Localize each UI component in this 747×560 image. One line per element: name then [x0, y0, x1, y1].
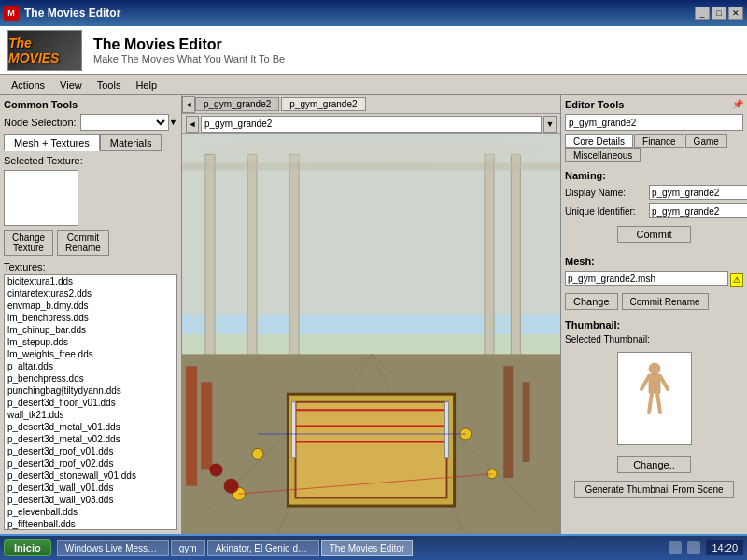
vp-nav-left[interactable]: ◄	[182, 96, 195, 113]
texture-list-item[interactable]: p_desert3d_wall_v03.dds	[5, 494, 176, 506]
texture-list-item[interactable]: p_desert3d_metal_v02.dds	[5, 433, 176, 445]
selected-texture-label: Selected Texture:	[4, 155, 177, 166]
scene-nav-prev[interactable]: ◄	[186, 116, 199, 133]
menu-actions[interactable]: Actions	[4, 77, 52, 92]
vp-tab-2[interactable]: p_gym_grande2	[281, 97, 365, 111]
3d-viewport[interactable]	[182, 134, 560, 534]
texture-list-item[interactable]: p_desert3d_stonewall_v01.dds	[5, 469, 176, 482]
node-selection-row: Node Selection: ▼	[4, 114, 177, 131]
texture-tabs: Mesh + Textures Materials	[4, 134, 177, 151]
minimize-button[interactable]: _	[695, 7, 710, 20]
texture-list-item[interactable]: envmap_b.dmy.dds	[5, 300, 176, 312]
taskbar-item-akinator[interactable]: Akinator, El Genio de ...	[207, 540, 319, 556]
window-controls: _ □ ✕	[695, 7, 743, 20]
texture-list-item[interactable]: lm_benchpress.dds	[5, 312, 176, 324]
texture-list-item[interactable]: punchingbag{tiltydyann.dds	[5, 385, 176, 397]
thumbnail-preview	[617, 352, 692, 445]
svg-rect-28	[523, 382, 530, 462]
title-bar: M The Movies Editor _ □ ✕	[0, 0, 747, 26]
unique-id-row: Unique Identifier: ⚠	[565, 203, 743, 218]
scene-name-input[interactable]	[201, 116, 542, 133]
start-button[interactable]: Inicio	[4, 539, 51, 556]
svg-rect-25	[186, 366, 197, 485]
vp-tab-1[interactable]: p_gym_grande2	[195, 97, 279, 111]
svg-point-19	[252, 448, 263, 459]
mesh-input[interactable]	[565, 271, 728, 286]
header-title: The Movies Editor Make The Movies What Y…	[93, 36, 285, 64]
display-name-label: Display Name:	[565, 188, 649, 198]
maximize-button[interactable]: □	[712, 7, 726, 20]
close-button[interactable]: ✕	[728, 7, 743, 20]
commit-rename-button[interactable]: CommitRename	[57, 230, 109, 256]
texture-list-item[interactable]: p_fifteenball.dds	[5, 518, 176, 530]
selected-thumbnail-label: Selected Thumbnail:	[565, 334, 743, 344]
common-tools-header: Common Tools	[4, 99, 177, 110]
unique-id-input[interactable]	[649, 203, 747, 218]
texture-list-item[interactable]: bicitextura1.dds	[5, 275, 176, 287]
mesh-section-title: Mesh:	[565, 256, 743, 267]
texture-preview	[4, 170, 78, 226]
tab-game[interactable]: Game	[685, 134, 727, 148]
texture-list-item[interactable]: p_desert3d_floor_v01.dds	[5, 397, 176, 409]
left-panel: Common Tools Node Selection: ▼ Mesh + Te…	[0, 95, 182, 534]
texture-list-item[interactable]: p_desert3d_roof_v01.dds	[5, 445, 176, 457]
node-selection-dropdown[interactable]	[80, 114, 169, 131]
tray-icon-2	[687, 541, 700, 554]
tab-miscellaneous[interactable]: Miscellaneous	[565, 148, 641, 162]
display-name-input[interactable]	[649, 185, 747, 200]
tab-materials[interactable]: Materials	[100, 134, 162, 151]
taskbar: Inicio Windows Live Messen... gym Akinat…	[0, 534, 747, 560]
scene-combo-arrow[interactable]: ▼	[543, 116, 557, 133]
generate-thumbnail-button[interactable]: Generate Thumbnail From Scene	[574, 481, 735, 498]
texture-list-item[interactable]: lm_weights_free.dds	[5, 348, 176, 360]
naming-commit-button[interactable]: Commit	[617, 226, 692, 243]
menubar: Actions View Tools Help	[0, 75, 747, 95]
tab-core-details[interactable]: Core Details	[565, 134, 633, 148]
mesh-change-button[interactable]: Change	[565, 293, 618, 310]
texture-list-item[interactable]: cintaretexturas2.dds	[5, 287, 176, 300]
texture-list-item[interactable]: p_desert3d_roof_v02.dds	[5, 457, 176, 469]
tab-finance[interactable]: Finance	[634, 134, 684, 148]
editor-tools-header: Editor Tools 📌	[565, 99, 743, 110]
editor-tools-label: Editor Tools	[565, 99, 624, 110]
naming-section-title: Naming:	[565, 170, 743, 181]
texture-list-item[interactable]: wall_tk21.dds	[5, 409, 176, 421]
tray-icon-1	[669, 541, 682, 554]
svg-rect-17	[291, 402, 295, 458]
change-texture-button[interactable]: ChangeTexture	[4, 230, 53, 256]
app-sub-title: Make The Movies What You Want It To Be	[93, 53, 285, 64]
texture-list: bicitextura1.ddscintaretexturas2.ddsenvm…	[4, 274, 177, 530]
svg-point-29	[224, 479, 239, 494]
texture-list-item[interactable]: p_desert3d_wall_v01.dds	[5, 482, 176, 494]
node-selection-label: Node Selection:	[4, 117, 77, 128]
scene-nav-bar: ◄ ▼	[182, 114, 560, 134]
app-main-title: The Movies Editor	[93, 36, 285, 53]
taskbar-item-gym[interactable]: gym	[171, 540, 205, 556]
viewport-tab-bar: ◄ p_gym_grande2 p_gym_grande2	[182, 95, 560, 114]
tab-mesh-textures[interactable]: Mesh + Textures	[4, 134, 100, 151]
texture-list-item[interactable]: p_elevenball.dds	[5, 506, 176, 518]
thumbnail-section-title: Thumbnail:	[565, 319, 743, 330]
menu-help[interactable]: Help	[128, 77, 164, 92]
mesh-commit-rename-button[interactable]: Commit Rename	[622, 293, 709, 310]
svg-line-35	[641, 376, 649, 389]
system-clock: 14:20	[706, 540, 743, 555]
svg-point-32	[201, 138, 542, 162]
menu-tools[interactable]: Tools	[90, 77, 129, 92]
texture-list-item[interactable]: p_benchpress.dds	[5, 372, 176, 385]
texture-list-item[interactable]: p_altar.dds	[5, 360, 176, 372]
app-header: The MOVIES The Movies Editor Make The Mo…	[0, 26, 747, 75]
right-panel-tabs: Core Details Finance Game Miscellaneous	[565, 134, 743, 162]
taskbar-item-messenger[interactable]: Windows Live Messen...	[57, 540, 169, 556]
taskbar-item-movies-editor[interactable]: The Movies Editor	[321, 540, 414, 556]
app-icon: M	[4, 6, 19, 21]
texture-list-item[interactable]: p_desert3d_metal_v01.dds	[5, 421, 176, 433]
title-text: The Movies Editor	[24, 7, 695, 20]
textures-label: Textures:	[4, 261, 177, 273]
svg-line-36	[660, 376, 668, 389]
texture-list-item[interactable]: lm_stepup.dds	[5, 336, 176, 348]
texture-list-item[interactable]: lm_chinup_bar.dds	[5, 324, 176, 336]
change-thumbnail-button[interactable]: Change..	[617, 456, 691, 473]
editor-search-input[interactable]	[565, 114, 743, 131]
menu-view[interactable]: View	[52, 77, 90, 92]
